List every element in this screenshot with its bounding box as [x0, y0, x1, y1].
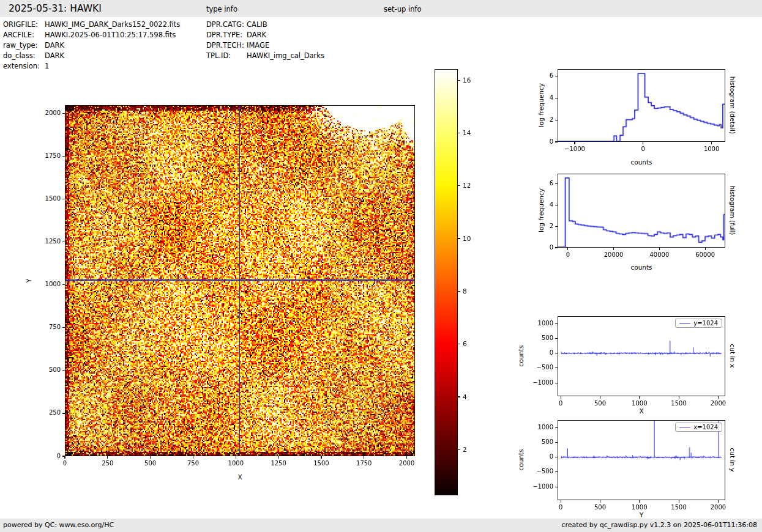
footer-bar: powered by QC: www.eso.org/HC created by…	[0, 519, 762, 532]
x-tick-label: 1000	[621, 400, 658, 407]
cut-in-x-canvas	[558, 317, 725, 396]
colorbar-tick-mark	[458, 449, 460, 450]
x-tick-label: 1000	[693, 146, 730, 152]
legend-label: x=1024	[693, 424, 718, 430]
info-key: do_class:	[3, 51, 45, 60]
y-tick-label: 2	[526, 223, 553, 229]
y-tick-label: 500	[33, 366, 61, 373]
footer-powered-by: powered by QC: www.eso.org/HC	[3, 519, 114, 532]
cut-y-right-label: cut in y	[729, 448, 736, 471]
colorbar-tick-label: 16	[463, 76, 471, 84]
x-tick-mark	[679, 396, 679, 399]
info-key: ORIGFILE:	[3, 20, 45, 29]
hist-detail-xlabel: counts	[630, 158, 652, 166]
x-tick-label: 1250	[260, 460, 297, 467]
y-tick-label: 1000	[526, 320, 553, 327]
y-tick-label: 4	[526, 201, 553, 208]
info-value: DARK	[45, 51, 64, 60]
type-info-block: DPR.CATG:CALIB DPR.TYPE:DARK DPR.TECH:IM…	[206, 20, 324, 62]
y-tick-mark	[555, 457, 558, 457]
colorbar	[435, 69, 458, 495]
x-tick-label: 1500	[303, 460, 340, 467]
setup-info-block	[384, 21, 465, 51]
x-tick-label: 2000	[700, 504, 736, 511]
x-tick-label: 1000	[621, 504, 658, 511]
x-tick-label: 500	[581, 400, 618, 407]
info-row: TPL.ID:HAWKI_img_cal_Darks	[206, 51, 324, 62]
colorbar-tick-mark	[458, 344, 460, 344]
info-row: DPR.TYPE:DARK	[206, 31, 324, 41]
cut-y-xlabel: Y	[640, 511, 643, 519]
y-tick-mark	[62, 413, 65, 413]
colorbar-tick-label: 12	[463, 182, 471, 189]
y-tick-label: 750	[33, 323, 61, 330]
legend-box: y=1024	[675, 319, 722, 328]
x-tick-mark	[64, 456, 65, 459]
y-tick-label: 0	[526, 349, 553, 356]
y-tick-mark	[555, 383, 558, 383]
y-tick-mark	[62, 284, 65, 285]
info-value: HAWKI.2025-06-01T10:25:17.598.fits	[45, 31, 176, 39]
info-value: HAWKI_img_cal_Darks	[247, 51, 324, 60]
cut-x-right-label: cut in x	[729, 344, 736, 368]
x-tick-label: 40000	[641, 251, 678, 258]
hist-full-right-label: histogram (full)	[729, 186, 736, 235]
y-tick-mark	[555, 183, 558, 184]
legend-line-sample	[679, 427, 690, 427]
y-tick-label: 0	[526, 244, 553, 251]
x-tick-mark	[711, 142, 712, 144]
y-tick-mark	[555, 368, 558, 368]
y-tick-mark	[555, 141, 558, 142]
x-tick-mark	[150, 456, 151, 459]
x-tick-mark	[600, 500, 600, 503]
info-value: 1	[45, 62, 49, 70]
file-info-block: ORIGFILE:HAWKI_IMG_DARK_Darks152_0022.fi…	[3, 20, 180, 72]
y-tick-mark	[62, 327, 65, 328]
y-tick-label: 500	[526, 334, 553, 341]
cut-y-ylabel: counts	[517, 449, 525, 470]
colorbar-tick-mark	[458, 291, 460, 292]
y-tick-label: 2	[526, 116, 553, 123]
colorbar-tick-label: 10	[463, 235, 471, 242]
y-tick-label: 1250	[33, 238, 61, 245]
crosshair-vertical-line	[239, 106, 241, 456]
info-row: extension:1	[3, 62, 180, 72]
info-row	[384, 43, 465, 51]
y-tick-mark	[555, 442, 558, 443]
x-tick-mark	[679, 500, 679, 503]
y-tick-mark	[555, 338, 558, 339]
cut-in-y-canvas	[558, 421, 725, 500]
hist-detail-right-label: histogram (detail)	[729, 76, 736, 134]
cut-x-xlabel: X	[639, 407, 643, 415]
y-tick-mark	[555, 226, 558, 227]
cut-x-ylabel: counts	[517, 345, 525, 366]
x-tick-mark	[643, 142, 643, 144]
header-bar: 2025-05-31: HAWKI type info set-up info	[0, 0, 762, 17]
page-title: 2025-05-31: HAWKI	[9, 3, 102, 14]
y-tick-label: 1750	[33, 152, 61, 159]
x-tick-label: 1500	[660, 504, 697, 511]
crosshair-horizontal-line	[65, 279, 414, 281]
x-tick-label: 0	[550, 251, 586, 258]
y-tick-mark	[555, 353, 558, 353]
colorbar-tick-mark	[458, 238, 460, 238]
info-value: DARK	[247, 31, 266, 39]
qc-report-page: 2025-05-31: HAWKI type info set-up info …	[0, 0, 762, 532]
y-tick-mark	[555, 247, 558, 248]
info-row	[384, 21, 465, 29]
legend-label: y=1024	[693, 320, 718, 327]
x-tick-label: 2000	[389, 460, 425, 467]
dark-frame-plot	[65, 105, 415, 456]
type-info-heading: type info	[206, 5, 237, 13]
y-tick-mark	[62, 113, 65, 114]
info-value: DARK	[45, 41, 64, 50]
x-tick-mark	[659, 248, 660, 250]
x-tick-label: 500	[581, 504, 618, 511]
info-key: DPR.CATG:	[206, 20, 247, 29]
x-tick-mark	[193, 456, 193, 459]
y-tick-mark	[62, 370, 65, 371]
histogram-full-plot	[558, 174, 725, 248]
x-tick-mark	[107, 456, 108, 459]
y-tick-mark	[62, 156, 65, 157]
x-tick-mark	[236, 456, 236, 459]
